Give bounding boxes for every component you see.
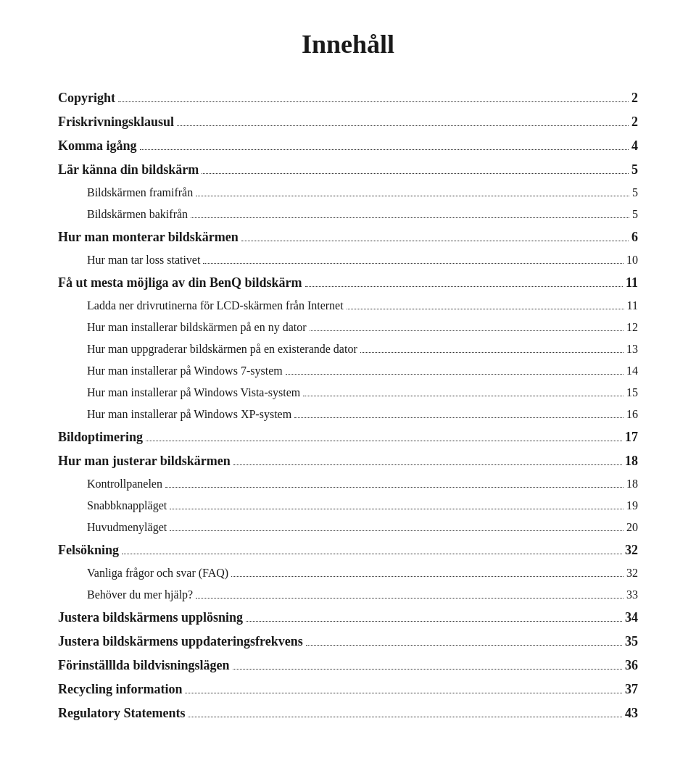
toc-dots — [185, 682, 622, 693]
toc-page-number: 17 — [625, 428, 638, 447]
list-item: Bildoptimering17 — [58, 428, 638, 447]
list-item: Recycling information37 — [58, 680, 638, 699]
list-item: Snabbknappläget19 — [58, 497, 638, 514]
toc-dots — [286, 363, 624, 375]
list-item: Hur man installerar på Windows Vista-sys… — [58, 384, 638, 401]
toc-dots — [347, 298, 624, 309]
toc-dots — [303, 385, 624, 396]
toc-entry-text: Hur man installerar på Windows Vista-sys… — [87, 384, 300, 401]
toc-page-number: 13 — [626, 341, 638, 358]
toc-page-number: 6 — [631, 228, 638, 247]
toc-page-number: 12 — [626, 319, 638, 336]
toc-page-number: 32 — [626, 564, 638, 582]
list-item: Förinställlda bildvisningslägen36 — [58, 656, 638, 675]
list-item: Felsökning32 — [58, 541, 638, 560]
toc-page-number: 5 — [632, 184, 638, 201]
toc-dots — [188, 706, 622, 717]
toc-entry-text: Snabbknappläget — [87, 497, 167, 514]
toc-page-number: 18 — [626, 475, 638, 493]
toc-dots — [170, 498, 624, 509]
list-item: Behöver du mer hjälp?33 — [58, 586, 638, 604]
toc-page-number: 43 — [625, 704, 638, 723]
list-item: Ladda ner drivrutinerna för LCD-skärmen … — [58, 297, 638, 314]
list-item: Copyright2 — [58, 88, 638, 108]
list-item: Bildskärmen bakifrån5 — [58, 206, 638, 223]
list-item: Lär känna din bildskärm5 — [58, 160, 638, 180]
toc-entry-text: Ladda ner drivrutinerna för LCD-skärmen … — [87, 297, 344, 314]
toc-page-number: 10 — [626, 251, 638, 269]
list-item: Kontrollpanelen18 — [58, 475, 638, 493]
toc-page-number: 18 — [625, 451, 638, 471]
toc-dots — [170, 520, 624, 531]
toc-entry-text: Hur man monterar bildskärmen — [58, 228, 239, 247]
toc-page-number: 14 — [626, 362, 638, 380]
toc-entry-text: Hur man justerar bildskärmen — [58, 451, 231, 471]
table-of-contents: Copyright2Friskrivningsklausul2Komma igå… — [58, 88, 638, 723]
toc-dots — [202, 162, 629, 174]
list-item: Friskrivningsklausul2 — [58, 112, 638, 132]
list-item: Hur man tar loss stativet10 — [58, 251, 638, 269]
toc-entry-text: Recycling information — [58, 680, 182, 699]
toc-entry-text: Felsökning — [58, 541, 119, 560]
toc-page-number: 4 — [631, 136, 638, 156]
toc-page-number: 19 — [626, 497, 638, 514]
toc-page-number: 2 — [631, 88, 638, 108]
list-item: Hur man installerar på Windows XP-system… — [58, 406, 638, 423]
toc-page-number: 34 — [625, 608, 638, 627]
toc-page-number: 5 — [631, 160, 638, 180]
toc-entry-text: Bildoptimering — [58, 428, 143, 447]
toc-entry-text: Förinställlda bildvisningslägen — [58, 656, 230, 675]
toc-page-number: 5 — [632, 206, 638, 223]
toc-page-number: 32 — [625, 541, 638, 560]
toc-page-number: 37 — [625, 680, 638, 699]
toc-dots — [146, 430, 622, 441]
toc-entry-text: Justera bildskärmens upplösning — [58, 608, 243, 627]
toc-page-number: 2 — [631, 112, 638, 132]
toc-entry-text: Hur man uppgraderar bildskärmen på en ex… — [87, 341, 357, 358]
toc-entry-text: Copyright — [58, 88, 115, 108]
toc-page-number: 36 — [625, 656, 638, 675]
list-item: Få ut mesta möjliga av din BenQ bildskär… — [58, 273, 638, 293]
list-item: Komma igång4 — [58, 136, 638, 156]
toc-dots — [118, 91, 629, 102]
toc-dots — [191, 207, 629, 218]
toc-dots — [165, 476, 624, 488]
toc-entry-text: Lär känna din bildskärm — [58, 160, 199, 180]
list-item: Justera bildskärmens upplösning34 — [58, 608, 638, 627]
toc-dots — [196, 185, 629, 196]
toc-page-number: 11 — [627, 297, 638, 314]
toc-page-number: 16 — [626, 406, 638, 423]
toc-dots — [140, 138, 629, 150]
toc-entry-text: Hur man installerar på Windows 7-system — [87, 362, 283, 380]
toc-dots — [231, 565, 624, 577]
toc-dots — [203, 252, 624, 264]
toc-entry-text: Huvudmenyläget — [87, 519, 167, 536]
list-item: Hur man justerar bildskärmen18 — [58, 451, 638, 471]
list-item: Hur man monterar bildskärmen6 — [58, 228, 638, 247]
page-title: Innehåll — [58, 29, 638, 59]
list-item: Hur man installerar på Windows 7-system1… — [58, 362, 638, 380]
toc-entry-text: Hur man installerar bildskärmen på en ny… — [87, 319, 307, 336]
toc-dots — [306, 634, 622, 646]
toc-page-number: 35 — [625, 632, 638, 651]
toc-entry-text: Friskrivningsklausul — [58, 112, 174, 132]
toc-page-number: 33 — [626, 586, 638, 604]
toc-entry-text: Bildskärmen framifrån — [87, 184, 193, 201]
toc-page-number: 11 — [626, 273, 638, 293]
toc-dots — [310, 320, 624, 331]
toc-entry-text: Behöver du mer hjälp? — [87, 586, 193, 604]
list-item: Hur man uppgraderar bildskärmen på en ex… — [58, 341, 638, 358]
toc-dots — [196, 587, 624, 599]
toc-page-number: 15 — [626, 384, 638, 401]
toc-dots — [122, 543, 622, 554]
list-item: Vanliga frågor och svar (FAQ)32 — [58, 564, 638, 582]
toc-entry-text: Justera bildskärmens uppdateringsfrekven… — [58, 632, 303, 651]
toc-dots — [233, 658, 622, 670]
toc-dots — [233, 454, 622, 465]
toc-entry-text: Bildskärmen bakifrån — [87, 206, 188, 223]
toc-dots — [241, 230, 629, 241]
list-item: Justera bildskärmens uppdateringsfrekven… — [58, 632, 638, 651]
toc-entry-text: Kontrollpanelen — [87, 475, 162, 493]
toc-entry-text: Hur man installerar på Windows XP-system — [87, 406, 291, 423]
toc-entry-text: Vanliga frågor och svar (FAQ) — [87, 564, 228, 582]
